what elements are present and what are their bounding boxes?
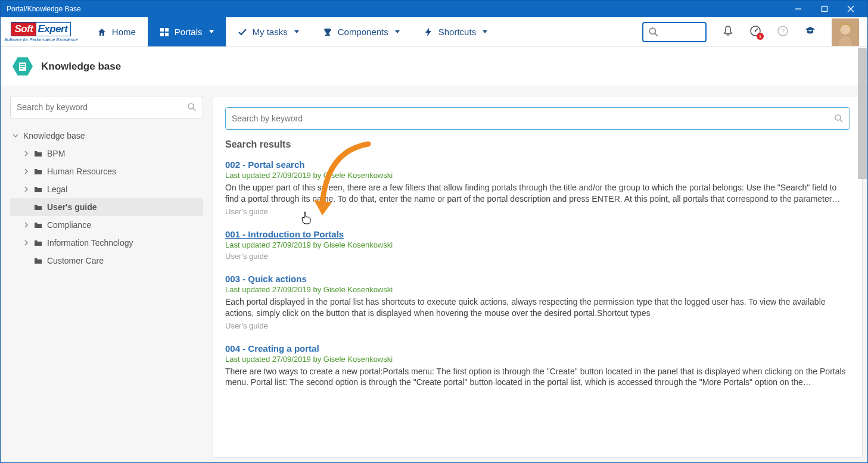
logo-soft: Soft (11, 22, 36, 36)
maximize-button[interactable] (811, 1, 838, 17)
folder-icon (34, 239, 42, 247)
alerts-button[interactable]: 1 (749, 25, 761, 39)
page-body: Knowledge base BPM Human Resources Legal (1, 86, 867, 462)
page-header: Knowledge base (1, 47, 867, 86)
chevron-right-icon (23, 222, 29, 228)
window-titlebar: Portal/Knowledge Base (1, 1, 867, 17)
nav-mytasks[interactable]: My tasks (226, 17, 311, 46)
nav-portals[interactable]: Portals (148, 17, 226, 46)
result-meta: Last updated 27/09/2019 by Gisele Kosenk… (225, 171, 850, 180)
chevron-right-icon (23, 168, 29, 174)
logo-tagline: Software for Performance Excellence (4, 37, 78, 42)
help-button[interactable]: ? (777, 25, 789, 39)
search-result: 002 - Portal search Last updated 27/09/2… (225, 159, 850, 216)
close-button[interactable] (838, 1, 864, 17)
check-icon (238, 27, 247, 37)
svg-point-8 (649, 28, 655, 34)
svg-rect-18 (20, 66, 25, 67)
svg-line-9 (655, 33, 658, 36)
sidebar-search-input[interactable] (17, 102, 187, 112)
nav-components[interactable]: Components (311, 17, 412, 46)
svg-rect-4 (160, 28, 164, 32)
search-icon (834, 114, 844, 123)
chevron-down-icon (209, 30, 214, 33)
chevron-right-icon (23, 240, 29, 246)
result-meta: Last updated 27/09/2019 by Gisele Kosenk… (225, 285, 850, 294)
alert-badge: 1 (757, 33, 764, 40)
scrollbar-thumb[interactable] (858, 48, 867, 179)
nav-mytasks-label: My tasks (253, 27, 288, 37)
tree-item-compliance[interactable]: Compliance (10, 216, 203, 234)
result-snippet: Each portal displayed in the portal list… (225, 296, 850, 319)
result-category: User's guide (225, 321, 850, 330)
tree-item-it[interactable]: Information Technology (10, 234, 203, 252)
tree-item-usersguide[interactable]: User's guide (10, 198, 203, 216)
chevron-down-icon (13, 133, 18, 139)
result-meta: Last updated 27/09/2019 by Gisele Kosenk… (225, 240, 850, 249)
main-search-input[interactable] (232, 114, 834, 123)
window-controls (785, 1, 864, 17)
sidebar-tree: Knowledge base BPM Human Resources Legal (10, 127, 203, 270)
search-result: 004 - Creating a portal Last updated 27/… (225, 343, 850, 389)
result-category: User's guide (225, 252, 850, 261)
avatar-image (832, 18, 859, 46)
tree-item-hr[interactable]: Human Resources (10, 162, 203, 180)
svg-rect-5 (165, 28, 169, 32)
global-search[interactable] (642, 22, 707, 42)
svg-point-11 (755, 30, 757, 32)
svg-line-21 (193, 108, 195, 111)
nav-home-label: Home (112, 27, 136, 37)
svg-point-20 (188, 104, 194, 109)
chevron-down-icon (395, 30, 400, 33)
minimize-button[interactable] (785, 1, 811, 17)
result-title-link[interactable]: 001 - Introduction to Portals (225, 229, 850, 239)
tree-item-label: BPM (47, 149, 65, 158)
top-navigation: Soft Expert Software for Performance Exc… (1, 17, 867, 47)
nav-components-label: Components (338, 27, 388, 37)
academy-button[interactable] (804, 25, 816, 39)
folder-icon (34, 185, 42, 193)
svg-point-22 (835, 115, 841, 120)
chevron-down-icon (294, 30, 299, 33)
nav-home[interactable]: Home (85, 17, 148, 46)
close-icon (847, 5, 854, 12)
tree-item-label: Legal (47, 184, 67, 194)
svg-rect-7 (165, 33, 169, 36)
result-meta: Last updated 27/09/2019 by Gisele Kosenk… (225, 355, 850, 364)
tree-item-label: User's guide (47, 202, 97, 212)
folder-icon (34, 256, 42, 265)
trophy-icon (323, 27, 332, 37)
user-avatar[interactable] (832, 18, 859, 46)
svg-text:?: ? (781, 27, 785, 35)
maximize-icon (821, 5, 828, 12)
notifications-button[interactable] (722, 25, 734, 39)
result-title-link[interactable]: 002 - Portal search (225, 159, 850, 170)
svg-rect-19 (20, 68, 23, 69)
tree-item-customercare[interactable]: Customer Care (10, 252, 203, 270)
nav-shortcuts-label: Shortcuts (438, 27, 476, 37)
tree-item-bpm[interactable]: BPM (10, 145, 203, 162)
result-title-link[interactable]: 004 - Creating a portal (225, 343, 850, 353)
sidebar-search[interactable] (10, 96, 203, 118)
window-title: Portal/Knowledge Base (7, 5, 785, 13)
folder-icon (34, 221, 42, 229)
search-result: 001 - Introduction to Portals Last updat… (225, 229, 850, 261)
tree-root[interactable]: Knowledge base (10, 127, 203, 145)
folder-icon (34, 167, 42, 176)
search-icon (648, 27, 659, 37)
tree-item-legal[interactable]: Legal (10, 180, 203, 198)
result-category: User's guide (225, 207, 850, 216)
top-icon-bar: 1 ? (714, 17, 867, 46)
main-search[interactable] (225, 107, 850, 130)
brand-logo[interactable]: Soft Expert Software for Performance Exc… (1, 17, 85, 46)
result-snippet: On the upper part of this screen, there … (225, 182, 850, 205)
folder-icon (34, 203, 42, 211)
nav-shortcuts[interactable]: Shortcuts (412, 17, 499, 46)
chevron-right-icon (23, 151, 29, 157)
tree-item-label: Customer Care (47, 256, 104, 265)
sidebar: Knowledge base BPM Human Resources Legal (10, 96, 203, 458)
tree-item-label: Information Technology (47, 238, 133, 248)
result-title-link[interactable]: 003 - Quick actions (225, 274, 850, 284)
svg-line-23 (840, 120, 842, 122)
bolt-icon (424, 27, 433, 37)
